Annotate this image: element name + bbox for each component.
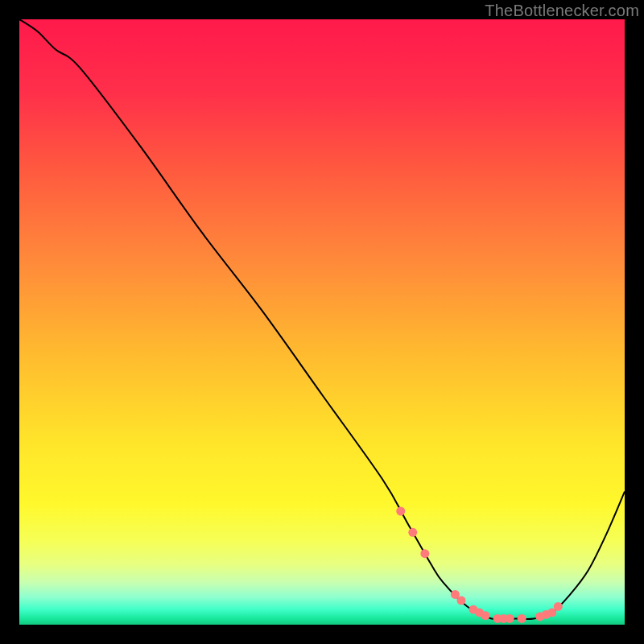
marker-point: [518, 614, 526, 623]
marker-point: [481, 611, 490, 620]
gradient-background: [19, 19, 625, 625]
bottleneck-chart: [19, 19, 625, 625]
marker-point: [420, 549, 429, 558]
marker-point: [506, 614, 514, 623]
marker-point: [456, 596, 465, 605]
marker-point: [408, 528, 417, 537]
chart-frame: [19, 19, 625, 625]
attribution-text: TheBottlenecker.com: [485, 2, 639, 20]
marker-point: [554, 602, 563, 611]
marker-point: [396, 507, 405, 516]
